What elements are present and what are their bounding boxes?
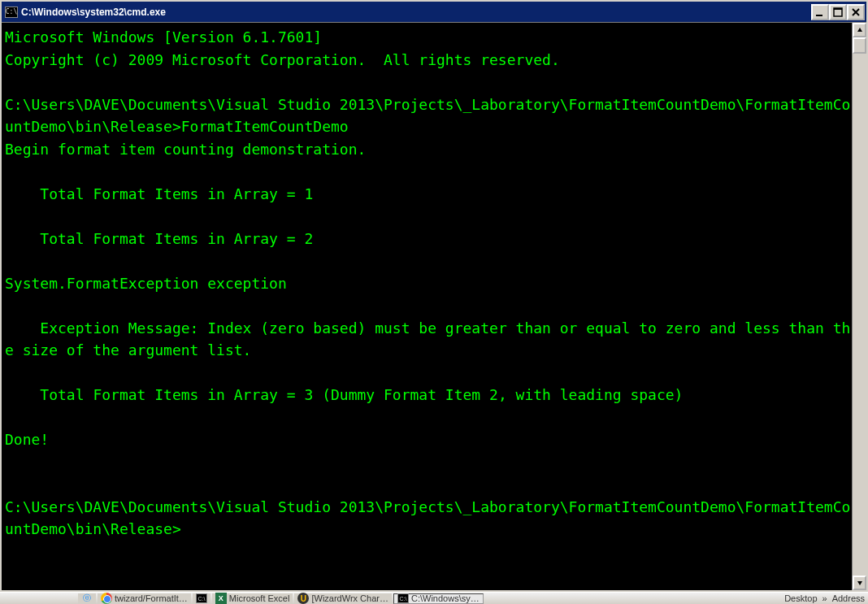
cmd-app-icon: C:\ [5,7,18,18]
console-line: Done! [5,431,49,448]
chevron-right-icon[interactable]: » [822,593,827,603]
vertical-scrollbar[interactable] [852,23,866,590]
cmd-window: C:\ C:\Windows\system32\cmd.exe Microsof… [0,0,868,592]
svg-marker-6 [857,581,862,585]
console-line: Begin format item counting demonstration… [5,141,366,158]
chrome-icon [101,593,112,604]
scroll-up-button[interactable] [853,23,866,37]
maximize-button[interactable] [829,4,847,20]
taskbar-item-wizard[interactable]: U [WizardWrx Char… [294,593,392,604]
titlebar[interactable]: C:\ C:\Windows\system32\cmd.exe [2,2,866,23]
u-icon: U [297,593,309,604]
taskbar-label: twizard/FormatIt… [115,593,188,603]
taskbar-right: Desktop » Address [784,593,865,603]
taskbar-item-cmd1[interactable]: C:\ [193,593,210,604]
taskbar-item-cmd-active[interactable]: C:\ C:\Windows\sy… [393,593,484,604]
scroll-track[interactable] [853,37,866,576]
console-line: C:\Users\DAVE\Documents\Visual Studio 20… [5,96,850,136]
scroll-thumb[interactable] [853,37,866,54]
console-line: Exception Message: Index (zero based) mu… [5,319,850,359]
console-line: Total Format Items in Array = 1 [5,185,313,202]
svg-rect-0 [816,15,822,16]
console-line: Total Format Items in Array = 2 [5,230,313,247]
cmd-icon: C:\ [397,593,409,604]
taskbar-label: C:\Windows\sy… [411,593,480,603]
taskbar-item-excel[interactable]: X Microsoft Excel [212,593,293,604]
window-title: C:\Windows\system32\cmd.exe [21,7,166,18]
console-line: C:\Users\DAVE\Documents\Visual Studio 20… [5,498,850,538]
taskbar-item-chrome[interactable]: twizard/FormatIt… [98,593,191,604]
ie-icon: ⓔ [81,593,93,604]
console-line: System.FormatException exception [5,275,287,292]
address-label: Address [832,593,865,603]
console-line: Microsoft Windows [Version 6.1.7601] [5,28,322,46]
console-area: Microsoft Windows [Version 6.1.7601] Cop… [2,23,866,590]
svg-rect-2 [834,8,842,10]
taskbar-item-ie[interactable]: ⓔ [78,593,96,604]
taskbar[interactable]: ⓔ twizard/FormatIt… C:\ X Microsoft Exce… [0,592,868,604]
minimize-button[interactable] [811,4,829,20]
console-line: Copyright (c) 2009 Microsoft Corporation… [5,51,560,68]
titlebar-left: C:\ C:\Windows\system32\cmd.exe [5,7,166,18]
close-button[interactable] [847,4,865,20]
cmd-icon: C:\ [196,593,207,604]
taskbar-label: Microsoft Excel [229,593,290,603]
desktop-label[interactable]: Desktop [784,593,817,603]
excel-icon: X [215,593,227,604]
taskbar-label: [WizardWrx Char… [311,593,388,603]
svg-marker-5 [857,28,862,32]
console-line: Total Format Items in Array = 3 (Dummy F… [5,386,683,403]
scroll-down-button[interactable] [853,576,866,590]
window-controls [811,4,865,20]
console-output[interactable]: Microsoft Windows [Version 6.1.7601] Cop… [2,23,852,590]
